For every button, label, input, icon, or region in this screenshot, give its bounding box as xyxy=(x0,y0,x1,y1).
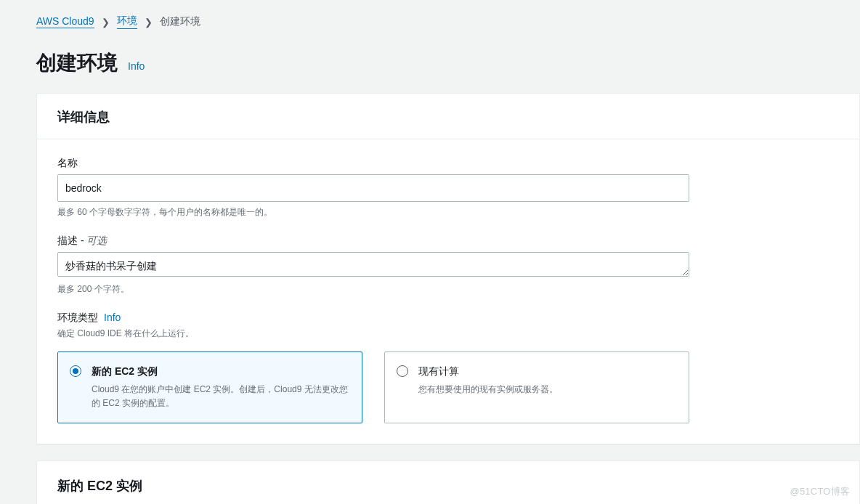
tile-existing-compute[interactable]: 现有计算 您有想要使用的现有实例或服务器。 xyxy=(384,351,689,423)
field-name: 名称 最多 60 个字母数字字符，每个用户的名称都是唯一的。 xyxy=(57,157,839,219)
env-type-label: 环境类型 xyxy=(57,312,98,325)
tile-existing-compute-desc: 您有想要使用的现有实例或服务器。 xyxy=(418,383,676,397)
page-title: 创建环境 xyxy=(36,49,118,77)
breadcrumb-link-cloud9[interactable]: AWS Cloud9 xyxy=(36,15,94,28)
panel-details: 详细信息 名称 最多 60 个字母数字字符，每个用户的名称都是唯一的。 描述 -… xyxy=(36,93,860,444)
field-env-type: 环境类型 Info 确定 Cloud9 IDE 将在什么上运行。 新的 EC2 … xyxy=(57,312,839,423)
breadcrumb-current: 创建环境 xyxy=(160,15,200,28)
panel-details-title: 详细信息 xyxy=(37,94,859,139)
name-input[interactable] xyxy=(57,174,689,202)
breadcrumb: AWS Cloud9 ❯ 环境 ❯ 创建环境 xyxy=(36,15,860,29)
page-heading: 创建环境 Info xyxy=(36,49,860,77)
chevron-right-icon: ❯ xyxy=(102,17,110,28)
panel-new-ec2: 新的 EC2 实例 xyxy=(36,460,860,504)
description-label-sep: - xyxy=(78,235,86,246)
description-label-main: 描述 xyxy=(57,235,78,246)
description-textarea[interactable]: 炒香菇的书呆子创建 xyxy=(57,252,689,277)
chevron-right-icon: ❯ xyxy=(145,17,153,28)
env-type-info-link[interactable]: Info xyxy=(104,312,121,323)
panel-new-ec2-title: 新的 EC2 实例 xyxy=(37,461,859,504)
env-type-sublabel: 确定 Cloud9 IDE 将在什么上运行。 xyxy=(57,328,839,340)
tile-existing-compute-title: 现有计算 xyxy=(418,365,676,378)
env-type-tiles: 新的 EC2 实例 Cloud9 在您的账户中创建 EC2 实例。创建后，Clo… xyxy=(57,351,839,423)
tile-new-ec2-desc: Cloud9 在您的账户中创建 EC2 实例。创建后，Cloud9 无法更改您的… xyxy=(92,383,349,410)
description-label: 描述 - 可选 xyxy=(57,235,839,248)
breadcrumb-link-environments[interactable]: 环境 xyxy=(117,15,137,29)
tile-new-ec2-title: 新的 EC2 实例 xyxy=(92,365,349,378)
name-hint: 最多 60 个字母数字字符，每个用户的名称都是唯一的。 xyxy=(57,206,839,219)
description-label-optional: 可选 xyxy=(86,235,107,246)
name-label: 名称 xyxy=(57,157,839,170)
radio-icon xyxy=(397,365,408,377)
field-description: 描述 - 可选 炒香菇的书呆子创建 最多 200 个字符。 xyxy=(57,235,839,296)
tile-new-ec2[interactable]: 新的 EC2 实例 Cloud9 在您的账户中创建 EC2 实例。创建后，Clo… xyxy=(57,351,362,423)
description-hint: 最多 200 个字符。 xyxy=(57,283,839,296)
page-title-info-link[interactable]: Info xyxy=(128,60,145,72)
watermark: @51CTO博客 xyxy=(790,485,850,498)
radio-icon xyxy=(70,365,81,377)
